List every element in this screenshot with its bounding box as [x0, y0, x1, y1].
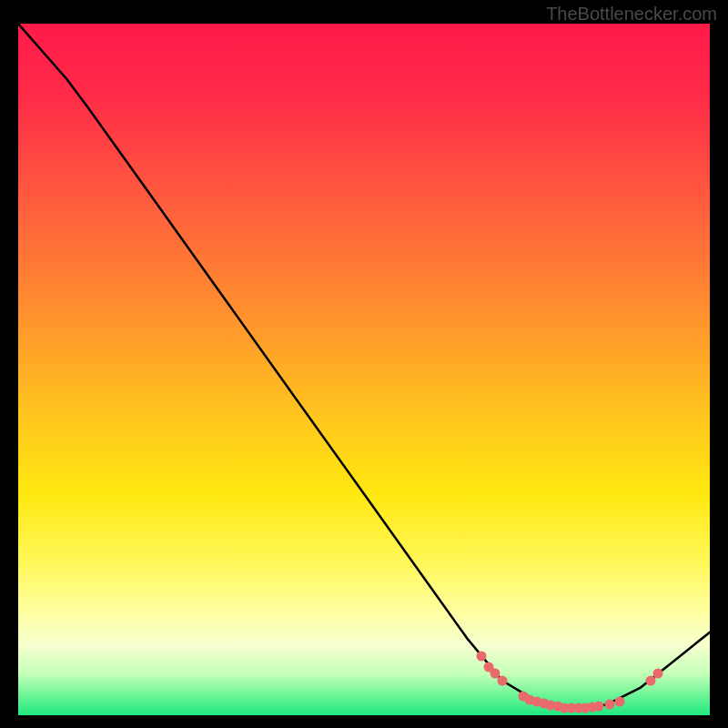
data-dot [604, 699, 614, 709]
chart-plot-area [18, 24, 710, 715]
data-dot [498, 676, 508, 686]
attribution-text: TheBottlenecker.com [546, 4, 717, 25]
data-dot [477, 652, 487, 662]
data-dot [653, 669, 663, 679]
data-dot [594, 702, 604, 712]
curve-line [18, 24, 710, 715]
data-dot [615, 696, 625, 706]
